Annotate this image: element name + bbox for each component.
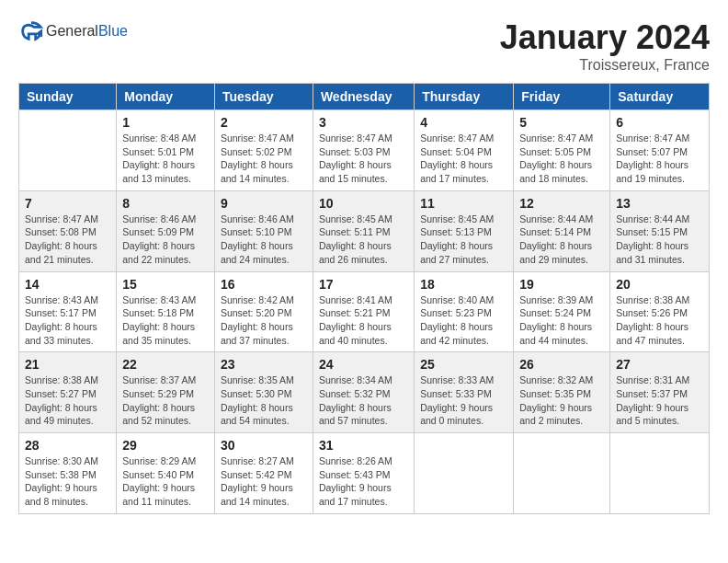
day-info: Sunrise: 8:43 AM Sunset: 5:17 PM Dayligh… bbox=[25, 293, 110, 348]
calendar-week-row: 14Sunrise: 8:43 AM Sunset: 5:17 PM Dayli… bbox=[19, 271, 710, 352]
calendar-cell: 17Sunrise: 8:41 AM Sunset: 5:21 PM Dayli… bbox=[313, 271, 414, 352]
day-number: 29 bbox=[122, 438, 209, 453]
logo: GeneralBlue bbox=[18, 18, 128, 44]
day-info: Sunrise: 8:45 AM Sunset: 5:13 PM Dayligh… bbox=[420, 213, 507, 267]
calendar-week-row: 1Sunrise: 8:48 AM Sunset: 5:01 PM Daylig… bbox=[19, 110, 710, 191]
day-number: 11 bbox=[420, 196, 507, 211]
logo-icon bbox=[18, 18, 44, 44]
day-info: Sunrise: 8:48 AM Sunset: 5:01 PM Dayligh… bbox=[122, 132, 209, 186]
title-area: January 2024 Troissereux, France bbox=[500, 18, 710, 74]
calendar-cell: 29Sunrise: 8:29 AM Sunset: 5:40 PM Dayli… bbox=[117, 433, 215, 514]
day-info: Sunrise: 8:27 AM Sunset: 5:42 PM Dayligh… bbox=[221, 454, 307, 509]
calendar-cell: 6Sunrise: 8:47 AM Sunset: 5:07 PM Daylig… bbox=[610, 110, 710, 191]
day-number: 17 bbox=[319, 277, 408, 292]
day-info: Sunrise: 8:47 AM Sunset: 5:03 PM Dayligh… bbox=[319, 132, 408, 186]
calendar-cell: 30Sunrise: 8:27 AM Sunset: 5:42 PM Dayli… bbox=[214, 433, 313, 514]
calendar-cell: 20Sunrise: 8:38 AM Sunset: 5:26 PM Dayli… bbox=[610, 271, 710, 352]
day-info: Sunrise: 8:38 AM Sunset: 5:26 PM Dayligh… bbox=[616, 293, 703, 348]
day-number: 19 bbox=[519, 277, 604, 292]
day-number: 10 bbox=[319, 196, 408, 211]
logo-blue-text: Blue bbox=[98, 23, 128, 39]
calendar-cell: 11Sunrise: 8:45 AM Sunset: 5:13 PM Dayli… bbox=[415, 190, 514, 271]
calendar-cell: 22Sunrise: 8:37 AM Sunset: 5:29 PM Dayli… bbox=[117, 352, 215, 433]
day-number: 24 bbox=[319, 357, 408, 372]
day-number: 9 bbox=[221, 196, 307, 211]
day-number: 27 bbox=[616, 357, 703, 372]
day-info: Sunrise: 8:44 AM Sunset: 5:14 PM Dayligh… bbox=[519, 213, 604, 267]
calendar-table: SundayMondayTuesdayWednesdayThursdayFrid… bbox=[18, 83, 710, 514]
day-info: Sunrise: 8:39 AM Sunset: 5:24 PM Dayligh… bbox=[519, 293, 604, 348]
day-info: Sunrise: 8:30 AM Sunset: 5:38 PM Dayligh… bbox=[25, 454, 110, 509]
calendar-cell bbox=[610, 433, 710, 514]
day-number: 31 bbox=[319, 438, 408, 453]
calendar-cell: 26Sunrise: 8:32 AM Sunset: 5:35 PM Dayli… bbox=[514, 352, 610, 433]
calendar-cell: 28Sunrise: 8:30 AM Sunset: 5:38 PM Dayli… bbox=[19, 433, 117, 514]
day-info: Sunrise: 8:45 AM Sunset: 5:11 PM Dayligh… bbox=[319, 213, 408, 267]
day-info: Sunrise: 8:29 AM Sunset: 5:40 PM Dayligh… bbox=[122, 454, 209, 509]
day-number: 28 bbox=[25, 438, 110, 453]
day-info: Sunrise: 8:46 AM Sunset: 5:10 PM Dayligh… bbox=[221, 213, 307, 267]
day-number: 12 bbox=[519, 196, 604, 211]
calendar-week-row: 28Sunrise: 8:30 AM Sunset: 5:38 PM Dayli… bbox=[19, 433, 710, 514]
day-info: Sunrise: 8:34 AM Sunset: 5:32 PM Dayligh… bbox=[319, 373, 408, 428]
weekday-header-monday: Monday bbox=[117, 84, 215, 110]
day-number: 15 bbox=[122, 277, 209, 292]
page-header: GeneralBlue January 2024 Troissereux, Fr… bbox=[18, 18, 710, 74]
calendar-week-row: 7Sunrise: 8:47 AM Sunset: 5:08 PM Daylig… bbox=[19, 190, 710, 271]
day-number: 3 bbox=[319, 115, 408, 130]
calendar-cell bbox=[514, 433, 610, 514]
calendar-cell: 1Sunrise: 8:48 AM Sunset: 5:01 PM Daylig… bbox=[117, 110, 215, 191]
calendar-cell: 21Sunrise: 8:38 AM Sunset: 5:27 PM Dayli… bbox=[19, 352, 117, 433]
calendar-cell: 8Sunrise: 8:46 AM Sunset: 5:09 PM Daylig… bbox=[117, 190, 215, 271]
day-info: Sunrise: 8:32 AM Sunset: 5:35 PM Dayligh… bbox=[519, 373, 604, 428]
day-number: 18 bbox=[420, 277, 507, 292]
day-number: 20 bbox=[616, 277, 703, 292]
day-info: Sunrise: 8:46 AM Sunset: 5:09 PM Dayligh… bbox=[122, 213, 209, 267]
calendar-week-row: 21Sunrise: 8:38 AM Sunset: 5:27 PM Dayli… bbox=[19, 352, 710, 433]
calendar-cell bbox=[19, 110, 117, 191]
day-number: 4 bbox=[420, 115, 507, 130]
day-info: Sunrise: 8:47 AM Sunset: 5:02 PM Dayligh… bbox=[221, 132, 307, 186]
calendar-cell: 10Sunrise: 8:45 AM Sunset: 5:11 PM Dayli… bbox=[313, 190, 414, 271]
calendar-cell: 3Sunrise: 8:47 AM Sunset: 5:03 PM Daylig… bbox=[313, 110, 414, 191]
calendar-cell bbox=[415, 433, 514, 514]
calendar-cell: 15Sunrise: 8:43 AM Sunset: 5:18 PM Dayli… bbox=[117, 271, 215, 352]
calendar-cell: 9Sunrise: 8:46 AM Sunset: 5:10 PM Daylig… bbox=[214, 190, 313, 271]
calendar-cell: 25Sunrise: 8:33 AM Sunset: 5:33 PM Dayli… bbox=[415, 352, 514, 433]
day-info: Sunrise: 8:26 AM Sunset: 5:43 PM Dayligh… bbox=[319, 454, 408, 509]
location-subtitle: Troissereux, France bbox=[500, 57, 710, 74]
weekday-header-tuesday: Tuesday bbox=[214, 84, 313, 110]
calendar-cell: 12Sunrise: 8:44 AM Sunset: 5:14 PM Dayli… bbox=[514, 190, 610, 271]
weekday-header-sunday: Sunday bbox=[19, 84, 117, 110]
calendar-cell: 5Sunrise: 8:47 AM Sunset: 5:05 PM Daylig… bbox=[514, 110, 610, 191]
calendar-cell: 23Sunrise: 8:35 AM Sunset: 5:30 PM Dayli… bbox=[214, 352, 313, 433]
weekday-header-row: SundayMondayTuesdayWednesdayThursdayFrid… bbox=[19, 84, 710, 110]
day-number: 30 bbox=[221, 438, 307, 453]
day-info: Sunrise: 8:42 AM Sunset: 5:20 PM Dayligh… bbox=[221, 293, 307, 348]
weekday-header-friday: Friday bbox=[514, 84, 610, 110]
day-number: 7 bbox=[25, 196, 110, 211]
day-number: 2 bbox=[221, 115, 307, 130]
day-number: 13 bbox=[616, 196, 703, 211]
day-info: Sunrise: 8:37 AM Sunset: 5:29 PM Dayligh… bbox=[122, 373, 209, 428]
day-info: Sunrise: 8:38 AM Sunset: 5:27 PM Dayligh… bbox=[25, 373, 110, 428]
day-info: Sunrise: 8:31 AM Sunset: 5:37 PM Dayligh… bbox=[616, 373, 703, 428]
day-number: 22 bbox=[122, 357, 209, 372]
calendar-cell: 19Sunrise: 8:39 AM Sunset: 5:24 PM Dayli… bbox=[514, 271, 610, 352]
day-number: 6 bbox=[616, 115, 703, 130]
day-info: Sunrise: 8:47 AM Sunset: 5:05 PM Dayligh… bbox=[519, 132, 604, 186]
calendar-cell: 14Sunrise: 8:43 AM Sunset: 5:17 PM Dayli… bbox=[19, 271, 117, 352]
day-info: Sunrise: 8:35 AM Sunset: 5:30 PM Dayligh… bbox=[221, 373, 307, 428]
day-number: 25 bbox=[420, 357, 507, 372]
logo-general-text: General bbox=[46, 23, 98, 39]
day-number: 1 bbox=[122, 115, 209, 130]
weekday-header-thursday: Thursday bbox=[415, 84, 514, 110]
day-info: Sunrise: 8:47 AM Sunset: 5:08 PM Dayligh… bbox=[25, 213, 110, 267]
calendar-cell: 24Sunrise: 8:34 AM Sunset: 5:32 PM Dayli… bbox=[313, 352, 414, 433]
month-title: January 2024 bbox=[500, 18, 710, 57]
calendar-cell: 31Sunrise: 8:26 AM Sunset: 5:43 PM Dayli… bbox=[313, 433, 414, 514]
calendar-cell: 7Sunrise: 8:47 AM Sunset: 5:08 PM Daylig… bbox=[19, 190, 117, 271]
day-info: Sunrise: 8:47 AM Sunset: 5:04 PM Dayligh… bbox=[420, 132, 507, 186]
day-info: Sunrise: 8:44 AM Sunset: 5:15 PM Dayligh… bbox=[616, 213, 703, 267]
day-number: 5 bbox=[519, 115, 604, 130]
